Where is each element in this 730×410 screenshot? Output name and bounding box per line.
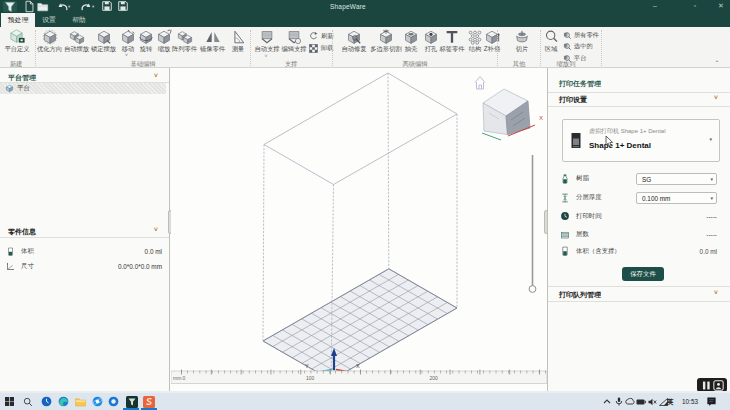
- edit-support-icon: [280, 28, 308, 45]
- printer-dropdown-icon[interactable]: ▾: [709, 136, 712, 142]
- home-view-icon[interactable]: [475, 77, 485, 90]
- array-parts-icon: [171, 28, 198, 45]
- save-all-icon[interactable]: [117, 0, 129, 12]
- polygon-cut-icon: [369, 28, 403, 45]
- menu-tab-row: 预处理 设置 帮助: [0, 13, 730, 27]
- presenter-icon[interactable]: [713, 380, 724, 391]
- horizontal-ruler: mm 0 100 200: [171, 371, 547, 384]
- taskbar-search-icon[interactable]: [21, 395, 34, 408]
- redo-dropdown-icon[interactable]: ▾: [92, 4, 94, 9]
- ribbon-button-z-compensation[interactable]: Z补偿: [480, 28, 504, 52]
- ribbon-toolbar: 平台定义 新建 优化方向 自动摆放 锁定摆放 移动 ˅ 旋转 缩放: [0, 27, 730, 68]
- rotate-icon: [137, 28, 155, 45]
- ribbon-button-lock-placement[interactable]: 锁定摆放: [90, 28, 117, 52]
- label-part-icon: [438, 28, 466, 45]
- tray-notification-icon[interactable]: [705, 395, 718, 408]
- ribbon-button-slice[interactable]: 切片: [508, 28, 536, 52]
- zoom-area-icon: [540, 28, 562, 45]
- zoom-selected-icon: [563, 42, 572, 51]
- ribbon-button-polygon-cut[interactable]: 多边形切割: [369, 28, 403, 52]
- layer-count-row: 层数 -----: [548, 228, 730, 241]
- redo-icon[interactable]: [80, 0, 92, 12]
- maximize-button[interactable]: ▫: [688, 0, 702, 13]
- volume-with-support-value: 0.0 ml: [700, 248, 717, 255]
- print-queue-header: 打印队列管理: [559, 290, 601, 300]
- tab-settings[interactable]: 设置: [36, 13, 62, 27]
- platform-tree-item[interactable]: 平台: [0, 83, 166, 94]
- shapeware-app-window: ▾ ▾ ShapeWare – ▫ ✕ 预处理 设置 帮助 平台定义 新建 优化…: [0, 0, 730, 410]
- ribbon-separator: [601, 30, 602, 66]
- minimize-button[interactable]: –: [648, 0, 662, 13]
- print-time-clock-icon: [560, 211, 570, 221]
- ribbon-option-zoom-all-parts[interactable]: 所有零件: [563, 30, 599, 40]
- printer-selector[interactable]: 虚拟打印机 Shape 1+ Dental Shape 1+ Dental ▾: [562, 119, 720, 162]
- view-cube-x-label: X: [539, 115, 543, 121]
- pause-icon[interactable]: [701, 380, 712, 391]
- ribbon-button-array-parts[interactable]: 阵列零件: [171, 28, 198, 52]
- measure-icon: [229, 28, 247, 45]
- ribbon-button-mirror-parts[interactable]: 镜像零件: [199, 28, 226, 52]
- print-queue-chevron-icon[interactable]: ˅: [712, 289, 720, 297]
- undo-dropdown-icon[interactable]: ▾: [68, 4, 70, 9]
- auto-arrange-icon: [63, 28, 90, 45]
- printer-icon: [569, 131, 583, 150]
- resin-select[interactable]: SG ▾: [636, 173, 717, 185]
- ribbon-button-label-part[interactable]: 标签零件: [438, 28, 466, 52]
- layer-slider[interactable]: [529, 155, 536, 292]
- lock-placement-icon: [90, 28, 117, 45]
- ribbon-button-auto-support[interactable]: 自动支撑: [253, 28, 281, 52]
- close-button[interactable]: ✕: [714, 0, 728, 13]
- ribbon-button-zoom-area[interactable]: 区域: [540, 28, 562, 52]
- ribbon-button-auto-arrange[interactable]: 自动摆放: [63, 28, 90, 52]
- save-file-button[interactable]: 保存文件: [622, 267, 664, 281]
- taskbar-ie-icon[interactable]: [91, 395, 104, 408]
- taskbar-screenshot-icon[interactable]: [143, 395, 156, 408]
- printer-name-line: 虚拟打印机 Shape 1+ Dental: [589, 127, 666, 136]
- volume-beaker-icon: [6, 247, 15, 256]
- ribbon-button-platform-define[interactable]: 平台定义: [0, 28, 34, 52]
- platform-define-icon: [0, 28, 34, 45]
- taskbar-browser-icon[interactable]: [107, 395, 120, 408]
- start-button[interactable]: [3, 395, 16, 408]
- taskbar-explorer-icon[interactable]: [74, 395, 87, 408]
- auto-support-dropdown-icon[interactable]: ˅: [265, 54, 268, 58]
- ribbon-button-auto-repair[interactable]: 自动修复: [340, 28, 368, 52]
- resin-select-caret-icon: ▾: [710, 174, 713, 185]
- hollow-icon: [402, 28, 420, 45]
- ribbon-button-optimize-orientation[interactable]: 优化方向: [36, 28, 63, 52]
- ribbon-collapse-icon[interactable]: ⌃: [710, 60, 724, 68]
- app-logo-funnel-icon[interactable]: [3, 1, 17, 12]
- printer-model: Shape 1+ Dental: [589, 141, 651, 150]
- ribbon-button-move[interactable]: 移动: [118, 28, 138, 52]
- optimize-orientation-icon: [36, 28, 63, 45]
- tab-help[interactable]: 帮助: [66, 13, 92, 27]
- undo-icon[interactable]: [56, 0, 68, 12]
- tray-clock[interactable]: 10:53: [682, 395, 698, 408]
- taskbar-app1-icon[interactable]: [40, 395, 53, 408]
- layer-count-icon: [560, 230, 570, 240]
- ribbon-button-rotate[interactable]: 旋转: [137, 28, 155, 52]
- save-icon[interactable]: [101, 0, 113, 12]
- ribbon-button-unload-support[interactable]: 卸载: [308, 41, 334, 56]
- new-file-icon[interactable]: [23, 0, 36, 13]
- axis-label-y: Y: [305, 363, 309, 369]
- tray-input-method[interactable]: 英: [667, 395, 673, 408]
- print-settings-chevron-icon[interactable]: ˅: [712, 94, 720, 102]
- taskbar-shapeware-icon[interactable]: [125, 395, 138, 408]
- ribbon-button-edit-support[interactable]: 编辑支撑: [280, 28, 308, 52]
- tab-preprocess[interactable]: 预处理: [1, 13, 35, 27]
- platform-section-chevron-icon[interactable]: ˅: [152, 72, 160, 80]
- move-dropdown-icon[interactable]: ˅: [125, 53, 128, 57]
- ribbon-option-zoom-selected[interactable]: 选中的: [563, 42, 593, 52]
- window-title: ShapeWare: [330, 0, 366, 13]
- ribbon-button-measure[interactable]: 测量: [229, 28, 247, 52]
- build-volume-scene: Y X X: [171, 68, 547, 391]
- viewport-3d[interactable]: Y X X: [171, 68, 547, 391]
- platform-item-icon: [5, 84, 14, 93]
- ribbon-button-hollow[interactable]: 抽壳: [402, 28, 420, 52]
- part-info-chevron-icon[interactable]: ˅: [152, 226, 160, 234]
- open-file-icon[interactable]: [36, 0, 49, 13]
- layer-thickness-select[interactable]: 0.100 mm ▾: [636, 192, 717, 204]
- taskbar-edge-icon[interactable]: [57, 395, 70, 408]
- view-cube[interactable]: X: [482, 89, 543, 140]
